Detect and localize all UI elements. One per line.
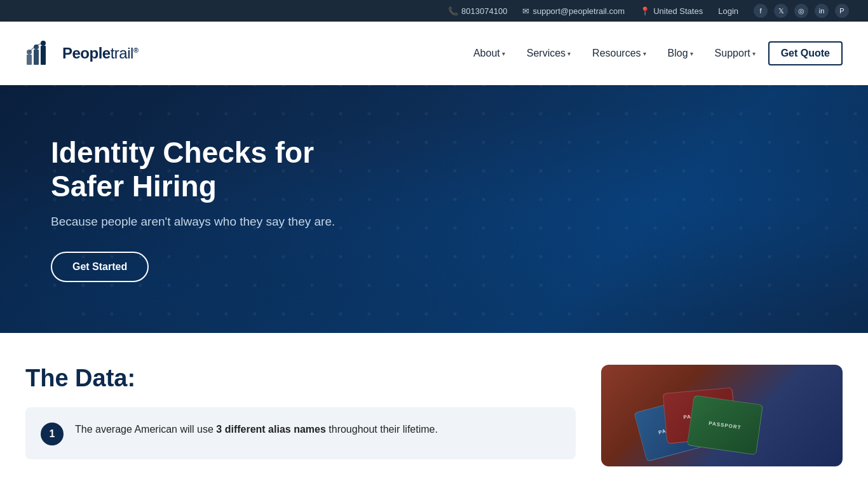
email-address: support@peopletrail.com — [532, 6, 625, 16]
about-chevron-icon: ▾ — [502, 50, 505, 57]
facebook-icon[interactable]: f — [754, 4, 768, 18]
hero-section: Identity Checks for Safer Hiring Because… — [0, 85, 868, 333]
data-card-text-1: The average American will use 3 differen… — [75, 421, 438, 438]
hero-subtitle: Because people aren't always who they sa… — [51, 215, 394, 229]
phone-item: 📞 8013074100 — [448, 6, 507, 16]
email-icon: ✉ — [522, 6, 529, 16]
services-chevron-icon: ▾ — [567, 50, 571, 57]
data-section-title: The Data: — [25, 365, 576, 392]
nav-item-blog[interactable]: Blog ▾ — [659, 43, 702, 64]
support-chevron-icon: ▾ — [752, 50, 756, 57]
logo-svg-icon — [25, 41, 57, 66]
logo[interactable]: Peopletrail® — [25, 41, 138, 66]
hero-title: Identity Checks for Safer Hiring — [51, 136, 394, 203]
nav-item-about[interactable]: About ▾ — [465, 43, 514, 64]
passport-3: PASSPORT — [687, 395, 763, 456]
twitter-icon[interactable]: 𝕏 — [774, 4, 788, 18]
resources-chevron-icon: ▾ — [643, 50, 646, 57]
data-card-1: 1 The average American will use 3 differ… — [25, 407, 576, 459]
phone-number: 8013074100 — [461, 6, 507, 16]
data-left-column: The Data: 1 The average American will us… — [25, 365, 576, 459]
passport-image: PASSPORT PASSPORT PASSPORT — [601, 365, 843, 466]
data-section: The Data: 1 The average American will us… — [0, 333, 868, 479]
blog-chevron-icon: ▾ — [690, 50, 693, 57]
nav-bar: Peopletrail® About ▾ Services ▾ Resource… — [0, 22, 868, 85]
nav-item-services[interactable]: Services ▾ — [518, 43, 580, 64]
hero-content: Identity Checks for Safer Hiring Because… — [0, 136, 445, 282]
login-link[interactable]: Login — [718, 6, 738, 16]
social-icons: f 𝕏 ◎ in P — [754, 4, 849, 18]
location-item: 📍 United States — [640, 6, 703, 16]
data-card-number-1: 1 — [41, 423, 64, 445]
top-bar: 📞 8013074100 ✉ support@peopletrail.com 📍… — [0, 0, 868, 22]
nav-links: About ▾ Services ▾ Resources ▾ Blog ▾ Su… — [465, 41, 843, 65]
location-text: United States — [653, 6, 703, 16]
nav-item-resources[interactable]: Resources ▾ — [583, 43, 654, 64]
get-quote-button[interactable]: Get Quote — [768, 41, 843, 65]
svg-rect-2 — [41, 46, 46, 65]
nav-item-support[interactable]: Support ▾ — [706, 43, 764, 64]
svg-rect-0 — [27, 55, 32, 65]
phone-icon: 📞 — [448, 6, 458, 16]
linkedin-icon[interactable]: in — [815, 4, 829, 18]
pinterest-icon[interactable]: P — [835, 4, 849, 18]
logo-text: Peopletrail® — [62, 44, 138, 62]
svg-rect-1 — [34, 50, 39, 65]
get-started-button[interactable]: Get Started — [51, 252, 149, 282]
email-item: ✉ support@peopletrail.com — [522, 6, 625, 16]
instagram-icon[interactable]: ◎ — [794, 4, 808, 18]
passport-stack: PASSPORT PASSPORT PASSPORT — [627, 371, 817, 460]
location-icon: 📍 — [640, 6, 650, 16]
